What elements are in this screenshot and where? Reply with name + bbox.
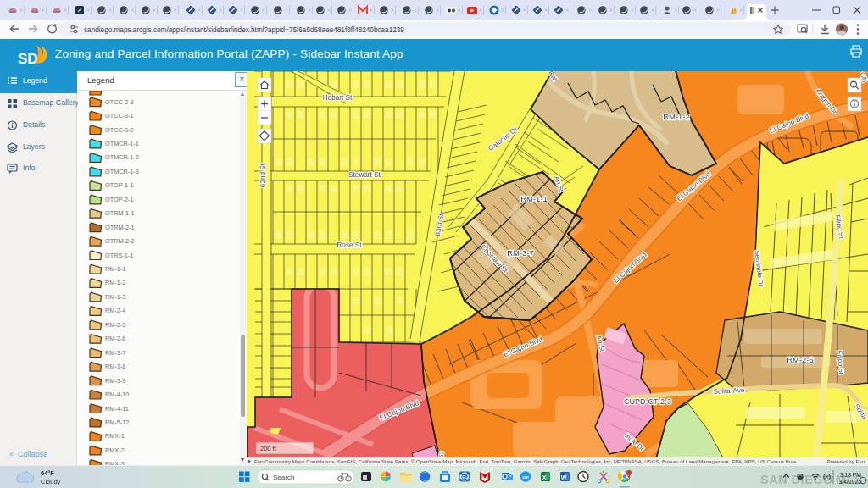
svg-text:Rose St: Rose St	[337, 241, 362, 249]
svg-text:OTMCR-1-1: OTMCR-1-1	[105, 140, 139, 147]
svg-text:OTMCR-1-3: OTMCR-1-3	[105, 168, 139, 175]
svg-text:RM-3-7: RM-3-7	[507, 248, 534, 258]
svg-text:RMX-2: RMX-2	[105, 446, 125, 454]
svg-text:OTOP-2-1: OTOP-2-1	[105, 196, 134, 203]
svg-text:Powered by Esri: Powered by Esri	[827, 458, 865, 464]
svg-text:RM-1-1: RM-1-1	[105, 265, 125, 273]
svg-text:OTMCR-1-2: OTMCR-1-2	[105, 153, 139, 161]
svg-text:RM-1-1: RM-1-1	[520, 194, 548, 203]
svg-text:OTRM-1-1: OTRM-1-1	[105, 209, 134, 217]
svg-text:DELL: DELL	[459, 475, 470, 480]
svg-text:63: 63	[437, 451, 444, 458]
svg-text:OTCC-3-1: OTCC-3-1	[105, 112, 134, 119]
svg-text:RM-2-4: RM-2-4	[105, 307, 125, 314]
svg-text:OTRM-2-2: OTRM-2-2	[105, 237, 134, 245]
svg-text:RMX-1: RMX-1	[105, 432, 125, 440]
svg-text:CUPD-CT-2-3: CUPD-CT-2-3	[624, 397, 671, 406]
svg-text:OTCC-3-2: OTCC-3-2	[105, 126, 134, 134]
svg-text:RM-4-11: RM-4-11	[105, 405, 129, 413]
svg-text:Stewart St: Stewart St	[348, 171, 381, 179]
svg-text:RM-4-10: RM-4-10	[105, 391, 129, 398]
svg-text:zm: zm	[522, 474, 529, 480]
svg-text:RM-2-5: RM-2-5	[105, 321, 125, 329]
svg-text:Cloudy: Cloudy	[41, 478, 61, 485]
svg-text:RM-3-8: RM-3-8	[105, 363, 125, 370]
svg-text:62nd St: 62nd St	[259, 163, 267, 187]
svg-text:3:18 PM: 3:18 PM	[840, 472, 862, 478]
svg-text:OTOP-1-1: OTOP-1-1	[105, 181, 134, 189]
svg-text:sandiego.maps.arcgis.com/apps/: sandiego.maps.arcgis.com/apps/instant/si…	[84, 26, 404, 34]
svg-text:Search: Search	[273, 474, 294, 481]
svg-text:RM-2-6: RM-2-6	[105, 335, 125, 342]
svg-text:RM-1-3: RM-1-3	[105, 293, 125, 301]
svg-text:OTCC-2-3: OTCC-2-3	[105, 98, 134, 106]
svg-text:Esri Community Maps Contributo: Esri Community Maps Contributors, SanGIS…	[254, 458, 801, 464]
svg-text:200 ft: 200 ft	[260, 445, 277, 452]
svg-text:64°F: 64°F	[41, 469, 54, 477]
svg-text:RM-3-7: RM-3-7	[105, 349, 125, 357]
svg-text:W: W	[561, 474, 567, 480]
svg-text:Hobart St: Hobart St	[323, 94, 353, 102]
svg-text:RM-3-9: RM-3-9	[105, 377, 125, 385]
svg-text:RM-1-2: RM-1-2	[663, 112, 690, 121]
svg-text:SAN DIEGO: SAN DIEGO	[760, 473, 833, 486]
svg-text:SD: SD	[18, 51, 38, 67]
svg-text:X: X	[542, 474, 547, 480]
svg-text:RM-2-5: RM-2-5	[787, 355, 814, 364]
svg-text:OTRM-2-1: OTRM-2-1	[105, 224, 134, 231]
svg-text:OTRS-1-1: OTRS-1-1	[105, 252, 133, 259]
svg-text:RM-1-2: RM-1-2	[105, 279, 125, 286]
svg-text:3/4/2025: 3/4/2025	[839, 479, 862, 485]
svg-text:RM-5-12: RM-5-12	[105, 419, 129, 426]
